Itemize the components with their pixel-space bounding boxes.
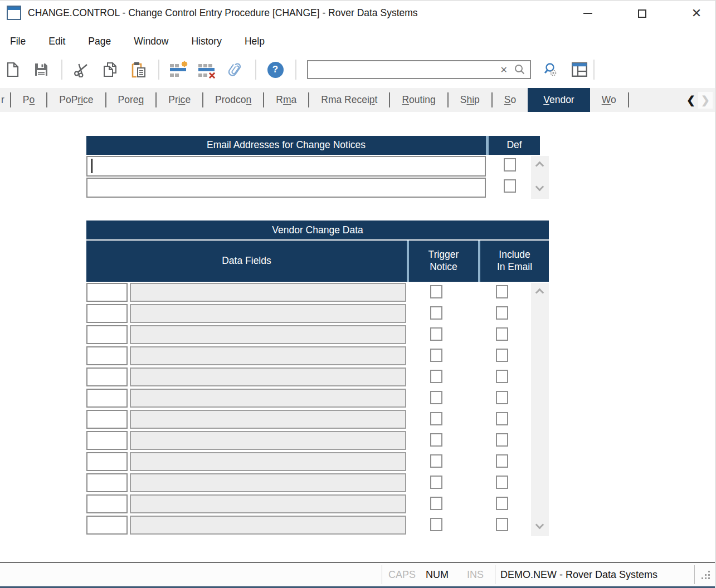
status-divider — [382, 565, 382, 584]
include-in-email-checkbox[interactable] — [496, 327, 508, 341]
toolbar-separator — [255, 60, 256, 80]
clear-search-icon[interactable]: ✕ — [500, 65, 514, 75]
data-field-code-input[interactable] — [86, 494, 128, 513]
new-document-button[interactable] — [4, 60, 21, 79]
tab-poreq[interactable]: Poreq — [106, 88, 156, 112]
tab-prodcon[interactable]: Prodcon — [203, 88, 263, 112]
trigger-notice-checkbox[interactable] — [430, 518, 442, 531]
scroll-up-icon[interactable] — [535, 161, 544, 170]
data-field-description — [130, 304, 406, 323]
menu-page[interactable]: Page — [88, 30, 111, 53]
copy-icon — [103, 62, 117, 77]
minimize-button[interactable] — [575, 1, 601, 26]
search-input[interactable] — [308, 62, 500, 77]
data-field-code-input[interactable] — [86, 516, 128, 535]
cut-button[interactable] — [73, 60, 90, 79]
trigger-notice-checkbox[interactable] — [430, 476, 442, 489]
help-button[interactable]: ? — [267, 60, 284, 79]
email-address-input[interactable] — [86, 156, 486, 177]
advanced-find-button[interactable] — [542, 60, 559, 79]
delete-row-button[interactable] — [198, 60, 215, 79]
status-divider — [694, 565, 695, 584]
tab-routing[interactable]: Routing — [390, 88, 447, 112]
include-in-email-checkbox[interactable] — [496, 349, 508, 362]
attachment-button[interactable] — [227, 60, 243, 79]
trigger-notice-checkbox[interactable] — [430, 306, 442, 320]
menu-edit[interactable]: Edit — [48, 30, 65, 53]
tab-scroll-right-icon[interactable]: ❯ — [698, 92, 713, 109]
trigger-notice-checkbox[interactable] — [430, 433, 442, 447]
table-scrollbar[interactable] — [531, 283, 549, 536]
include-in-email-checkbox[interactable] — [496, 433, 508, 447]
include-in-email-checkbox[interactable] — [496, 476, 508, 489]
email-scrollbar[interactable] — [531, 156, 549, 199]
data-field-description — [130, 452, 406, 471]
data-field-code-input[interactable] — [86, 325, 128, 344]
tab-rma-receipt[interactable]: Rma Receipt — [309, 88, 389, 112]
tab-separator — [628, 92, 629, 107]
default-checkbox[interactable] — [504, 158, 516, 171]
data-field-code-input[interactable] — [86, 304, 128, 323]
data-field-code-input[interactable] — [86, 473, 128, 492]
menu-history[interactable]: History — [191, 30, 221, 53]
tab-wo[interactable]: Wo — [590, 88, 628, 112]
layout-button[interactable] — [571, 60, 588, 79]
scissors-icon — [74, 62, 89, 77]
help-icon: ? — [267, 62, 284, 78]
menu-window[interactable]: Window — [134, 30, 168, 53]
data-field-code-input[interactable] — [86, 346, 128, 365]
include-in-email-checkbox[interactable] — [496, 518, 508, 531]
menu-file[interactable]: File — [10, 30, 26, 53]
trigger-notice-checkbox[interactable] — [430, 391, 442, 404]
include-in-email-checkbox[interactable] — [496, 370, 508, 383]
tab-partial[interactable]: r — [0, 88, 10, 112]
tab-ship[interactable]: Ship — [449, 88, 491, 112]
data-field-code-input[interactable] — [86, 452, 128, 471]
tab-price[interactable]: Price — [157, 88, 202, 112]
title-bar: CHANGE.CONTROL - Change Control Entry Pr… — [0, 1, 715, 26]
scroll-up-icon[interactable] — [535, 288, 544, 297]
tab-so[interactable]: So — [493, 88, 528, 112]
trigger-notice-checkbox[interactable] — [430, 349, 442, 362]
trigger-notice-checkbox[interactable] — [430, 412, 442, 425]
default-checkbox[interactable] — [504, 179, 516, 193]
scroll-down-icon[interactable] — [535, 521, 544, 530]
data-field-code-input[interactable] — [86, 367, 128, 386]
close-button[interactable]: ✕ — [684, 1, 709, 26]
tab-po[interactable]: Po — [11, 88, 46, 112]
data-field-description — [130, 325, 406, 344]
tab-poprice[interactable]: PoPrice — [47, 88, 105, 112]
tab-scroll-left-icon[interactable]: ❮ — [684, 92, 698, 109]
status-bar: CAPS NUM INS DEMO.NEW - Rover Data Syste… — [0, 563, 715, 586]
save-icon — [34, 62, 48, 77]
trigger-notice-checkbox[interactable] — [430, 497, 442, 510]
paste-icon — [131, 61, 146, 78]
include-in-email-checkbox[interactable] — [496, 391, 508, 404]
scroll-down-icon[interactable] — [535, 183, 544, 192]
table-row — [86, 516, 549, 537]
save-button[interactable] — [33, 60, 50, 79]
trigger-notice-checkbox[interactable] — [430, 370, 442, 383]
data-field-code-input[interactable] — [86, 283, 128, 302]
include-in-email-checkbox[interactable] — [496, 412, 508, 425]
tab-vendor[interactable]: Vendor — [528, 88, 590, 112]
email-address-input[interactable] — [86, 178, 486, 198]
include-in-email-checkbox[interactable] — [496, 497, 508, 510]
maximize-button[interactable] — [629, 1, 655, 26]
search-icon[interactable] — [514, 64, 525, 75]
resize-grip[interactable] — [702, 571, 710, 580]
tab-rma[interactable]: Rma — [264, 88, 308, 112]
data-field-code-input[interactable] — [86, 431, 128, 450]
include-in-email-checkbox[interactable] — [496, 285, 508, 298]
trigger-notice-checkbox[interactable] — [430, 327, 442, 341]
paste-button[interactable] — [130, 60, 147, 79]
copy-button[interactable] — [101, 60, 118, 79]
data-field-code-input[interactable] — [86, 410, 128, 429]
trigger-notice-checkbox[interactable] — [430, 454, 442, 468]
data-field-code-input[interactable] — [86, 389, 128, 408]
include-in-email-checkbox[interactable] — [496, 454, 508, 468]
insert-row-button[interactable] — [170, 60, 187, 79]
trigger-notice-checkbox[interactable] — [430, 285, 442, 298]
menu-help[interactable]: Help — [245, 30, 265, 53]
include-in-email-checkbox[interactable] — [496, 306, 508, 320]
